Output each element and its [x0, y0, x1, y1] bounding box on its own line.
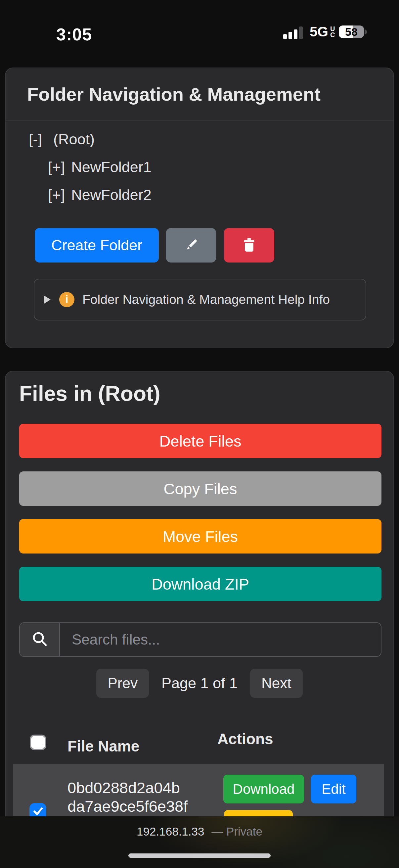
download-zip-button[interactable]: Download ZIP — [19, 567, 381, 601]
edit-file-button[interactable]: Edit — [311, 775, 356, 803]
file-name: 0bd0288d2a04b da7ae9ce5f6e38f — [67, 779, 188, 816]
battery-percent: 58 — [339, 26, 364, 38]
move-files-button[interactable]: Move Files — [19, 519, 381, 554]
address-bar[interactable]: 192.168.1.33 — Private — [0, 825, 399, 838]
column-header-actions: Actions — [218, 730, 273, 748]
privacy-label: — Private — [211, 825, 262, 838]
network-type-label: 5G — [310, 24, 328, 40]
search-input[interactable] — [60, 623, 381, 656]
folder-actions-row: Create Folder — [6, 228, 393, 262]
next-page-button[interactable]: Next — [250, 669, 302, 698]
select-all-checkbox[interactable] — [30, 735, 46, 750]
search-icon-box — [20, 623, 60, 656]
file-name-line2: da7ae9ce5f6e38f — [67, 797, 188, 816]
search-icon — [31, 630, 48, 649]
folder-help-disclosure[interactable]: i Folder Navigation & Management Help In… — [34, 279, 366, 320]
column-header-file-name: File Name — [67, 737, 139, 755]
folder-navigation-card: Folder Navigation & Management [-](Root)… — [5, 67, 394, 348]
trash-icon — [241, 237, 257, 254]
battery-icon: 58 — [339, 26, 364, 38]
address-text: 192.168.1.33 — [137, 825, 204, 838]
tree-item-label[interactable]: (Root) — [53, 131, 95, 148]
status-time: 3:05 — [56, 25, 92, 44]
tree-item-root[interactable]: [-](Root) — [29, 125, 95, 153]
iphone-screen: 3:05 5G UC 58 Folder Navigation & Manage… — [0, 0, 399, 868]
battery-nub — [365, 29, 367, 34]
delete-folder-button[interactable] — [224, 228, 274, 262]
files-card-title: Files in (Root) — [19, 381, 161, 406]
home-indicator[interactable] — [128, 854, 271, 858]
page-status-label: Page 1 of 1 — [162, 675, 237, 692]
cellular-signal-icon — [283, 26, 304, 39]
tree-expand-toggle[interactable]: [+] — [48, 153, 65, 181]
disclosure-triangle-icon — [44, 295, 51, 304]
tree-item-label[interactable]: NewFolder2 — [71, 186, 152, 203]
rename-folder-button[interactable] — [166, 228, 216, 262]
tree-item-newfolder2[interactable]: [+]NewFolder2 — [48, 181, 152, 209]
prev-page-button[interactable]: Prev — [96, 669, 148, 698]
network-band-label: UC — [330, 26, 335, 38]
file-search-bar — [19, 622, 381, 657]
info-icon: i — [59, 292, 74, 307]
files-card: Files in (Root) Delete Files Copy Files … — [5, 371, 394, 868]
folder-card-title: Folder Navigation & Management — [27, 68, 321, 121]
file-name-line1: 0bd0288d2a04b — [67, 779, 188, 797]
folder-card-header: Folder Navigation & Management — [6, 68, 393, 121]
create-folder-button[interactable]: Create Folder — [35, 228, 159, 262]
copy-files-button[interactable]: Copy Files — [19, 471, 381, 506]
pagination: Prev Page 1 of 1 Next — [6, 669, 393, 698]
delete-files-button[interactable]: Delete Files — [19, 424, 381, 458]
status-bar: 3:05 5G UC 58 — [0, 0, 399, 56]
tree-item-label[interactable]: NewFolder1 — [71, 159, 152, 176]
browser-toolbar: 192.168.1.33 — Private — [0, 816, 399, 868]
download-file-button[interactable]: Download — [223, 775, 304, 803]
tree-collapse-toggle[interactable]: [-] — [29, 125, 42, 153]
tree-expand-toggle[interactable]: [+] — [48, 181, 65, 209]
pencil-icon — [182, 236, 200, 255]
help-disclosure-label: Folder Navigation & Management Help Info — [82, 292, 330, 307]
tree-item-newfolder1[interactable]: [+]NewFolder1 — [48, 153, 152, 181]
